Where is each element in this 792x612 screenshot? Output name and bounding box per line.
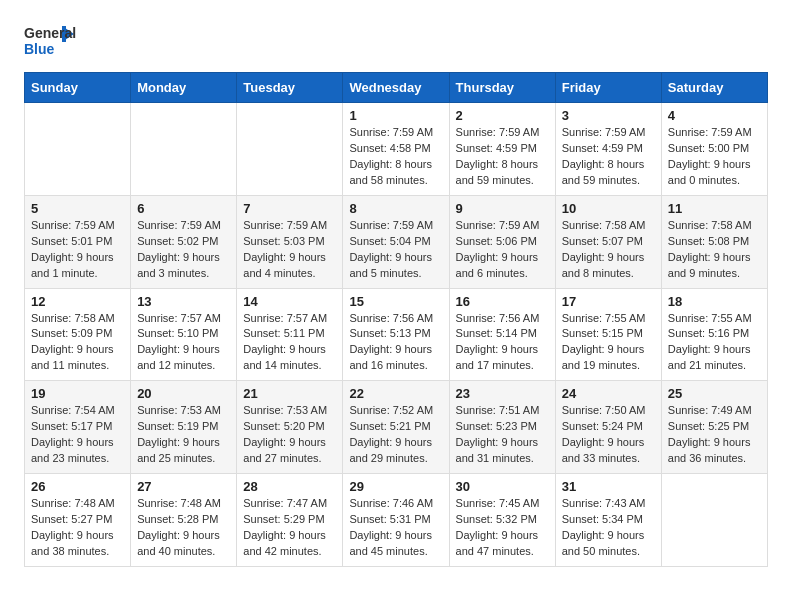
calendar-week-row: 1Sunrise: 7:59 AM Sunset: 4:58 PM Daylig… — [25, 103, 768, 196]
day-number: 14 — [243, 294, 336, 309]
calendar-cell: 23Sunrise: 7:51 AM Sunset: 5:23 PM Dayli… — [449, 381, 555, 474]
weekday-header-sunday: Sunday — [25, 73, 131, 103]
calendar-cell: 19Sunrise: 7:54 AM Sunset: 5:17 PM Dayli… — [25, 381, 131, 474]
cell-text: Sunrise: 7:59 AM Sunset: 5:06 PM Dayligh… — [456, 218, 549, 282]
cell-text: Sunrise: 7:48 AM Sunset: 5:28 PM Dayligh… — [137, 496, 230, 560]
calendar-cell: 4Sunrise: 7:59 AM Sunset: 5:00 PM Daylig… — [661, 103, 767, 196]
calendar-cell: 9Sunrise: 7:59 AM Sunset: 5:06 PM Daylig… — [449, 195, 555, 288]
cell-text: Sunrise: 7:58 AM Sunset: 5:07 PM Dayligh… — [562, 218, 655, 282]
calendar-week-row: 26Sunrise: 7:48 AM Sunset: 5:27 PM Dayli… — [25, 474, 768, 567]
cell-text: Sunrise: 7:59 AM Sunset: 4:59 PM Dayligh… — [456, 125, 549, 189]
day-number: 2 — [456, 108, 549, 123]
calendar-cell — [131, 103, 237, 196]
page: GeneralBlue SundayMondayTuesdayWednesday… — [0, 0, 792, 587]
calendar-cell: 28Sunrise: 7:47 AM Sunset: 5:29 PM Dayli… — [237, 474, 343, 567]
cell-text: Sunrise: 7:52 AM Sunset: 5:21 PM Dayligh… — [349, 403, 442, 467]
cell-text: Sunrise: 7:53 AM Sunset: 5:20 PM Dayligh… — [243, 403, 336, 467]
cell-text: Sunrise: 7:56 AM Sunset: 5:13 PM Dayligh… — [349, 311, 442, 375]
day-number: 31 — [562, 479, 655, 494]
day-number: 24 — [562, 386, 655, 401]
calendar-cell: 16Sunrise: 7:56 AM Sunset: 5:14 PM Dayli… — [449, 288, 555, 381]
day-number: 7 — [243, 201, 336, 216]
calendar-cell: 11Sunrise: 7:58 AM Sunset: 5:08 PM Dayli… — [661, 195, 767, 288]
calendar-cell: 15Sunrise: 7:56 AM Sunset: 5:13 PM Dayli… — [343, 288, 449, 381]
calendar-cell: 18Sunrise: 7:55 AM Sunset: 5:16 PM Dayli… — [661, 288, 767, 381]
weekday-header-wednesday: Wednesday — [343, 73, 449, 103]
calendar-cell: 12Sunrise: 7:58 AM Sunset: 5:09 PM Dayli… — [25, 288, 131, 381]
day-number: 29 — [349, 479, 442, 494]
day-number: 30 — [456, 479, 549, 494]
day-number: 19 — [31, 386, 124, 401]
cell-text: Sunrise: 7:43 AM Sunset: 5:34 PM Dayligh… — [562, 496, 655, 560]
calendar-cell: 26Sunrise: 7:48 AM Sunset: 5:27 PM Dayli… — [25, 474, 131, 567]
calendar-cell: 25Sunrise: 7:49 AM Sunset: 5:25 PM Dayli… — [661, 381, 767, 474]
cell-text: Sunrise: 7:54 AM Sunset: 5:17 PM Dayligh… — [31, 403, 124, 467]
cell-text: Sunrise: 7:59 AM Sunset: 5:01 PM Dayligh… — [31, 218, 124, 282]
day-number: 15 — [349, 294, 442, 309]
day-number: 25 — [668, 386, 761, 401]
cell-text: Sunrise: 7:53 AM Sunset: 5:19 PM Dayligh… — [137, 403, 230, 467]
day-number: 11 — [668, 201, 761, 216]
day-number: 23 — [456, 386, 549, 401]
cell-text: Sunrise: 7:58 AM Sunset: 5:09 PM Dayligh… — [31, 311, 124, 375]
logo-svg: GeneralBlue — [24, 20, 84, 60]
cell-text: Sunrise: 7:47 AM Sunset: 5:29 PM Dayligh… — [243, 496, 336, 560]
weekday-header-tuesday: Tuesday — [237, 73, 343, 103]
day-number: 28 — [243, 479, 336, 494]
cell-text: Sunrise: 7:57 AM Sunset: 5:11 PM Dayligh… — [243, 311, 336, 375]
cell-text: Sunrise: 7:59 AM Sunset: 4:58 PM Dayligh… — [349, 125, 442, 189]
day-number: 5 — [31, 201, 124, 216]
cell-text: Sunrise: 7:55 AM Sunset: 5:16 PM Dayligh… — [668, 311, 761, 375]
calendar-cell: 31Sunrise: 7:43 AM Sunset: 5:34 PM Dayli… — [555, 474, 661, 567]
day-number: 13 — [137, 294, 230, 309]
cell-text: Sunrise: 7:59 AM Sunset: 5:04 PM Dayligh… — [349, 218, 442, 282]
calendar-cell: 8Sunrise: 7:59 AM Sunset: 5:04 PM Daylig… — [343, 195, 449, 288]
cell-text: Sunrise: 7:46 AM Sunset: 5:31 PM Dayligh… — [349, 496, 442, 560]
svg-text:Blue: Blue — [24, 41, 55, 57]
cell-text: Sunrise: 7:49 AM Sunset: 5:25 PM Dayligh… — [668, 403, 761, 467]
cell-text: Sunrise: 7:59 AM Sunset: 5:00 PM Dayligh… — [668, 125, 761, 189]
calendar-cell — [237, 103, 343, 196]
calendar-week-row: 19Sunrise: 7:54 AM Sunset: 5:17 PM Dayli… — [25, 381, 768, 474]
weekday-header-monday: Monday — [131, 73, 237, 103]
calendar-cell: 27Sunrise: 7:48 AM Sunset: 5:28 PM Dayli… — [131, 474, 237, 567]
day-number: 17 — [562, 294, 655, 309]
day-number: 22 — [349, 386, 442, 401]
weekday-header-row: SundayMondayTuesdayWednesdayThursdayFrid… — [25, 73, 768, 103]
day-number: 1 — [349, 108, 442, 123]
calendar-cell: 2Sunrise: 7:59 AM Sunset: 4:59 PM Daylig… — [449, 103, 555, 196]
day-number: 8 — [349, 201, 442, 216]
calendar-cell: 30Sunrise: 7:45 AM Sunset: 5:32 PM Dayli… — [449, 474, 555, 567]
day-number: 26 — [31, 479, 124, 494]
cell-text: Sunrise: 7:58 AM Sunset: 5:08 PM Dayligh… — [668, 218, 761, 282]
cell-text: Sunrise: 7:55 AM Sunset: 5:15 PM Dayligh… — [562, 311, 655, 375]
calendar-cell: 20Sunrise: 7:53 AM Sunset: 5:19 PM Dayli… — [131, 381, 237, 474]
day-number: 20 — [137, 386, 230, 401]
cell-text: Sunrise: 7:57 AM Sunset: 5:10 PM Dayligh… — [137, 311, 230, 375]
calendar-week-row: 12Sunrise: 7:58 AM Sunset: 5:09 PM Dayli… — [25, 288, 768, 381]
cell-text: Sunrise: 7:59 AM Sunset: 5:02 PM Dayligh… — [137, 218, 230, 282]
cell-text: Sunrise: 7:59 AM Sunset: 5:03 PM Dayligh… — [243, 218, 336, 282]
calendar-cell: 13Sunrise: 7:57 AM Sunset: 5:10 PM Dayli… — [131, 288, 237, 381]
cell-text: Sunrise: 7:51 AM Sunset: 5:23 PM Dayligh… — [456, 403, 549, 467]
day-number: 10 — [562, 201, 655, 216]
day-number: 12 — [31, 294, 124, 309]
cell-text: Sunrise: 7:59 AM Sunset: 4:59 PM Dayligh… — [562, 125, 655, 189]
calendar-cell: 21Sunrise: 7:53 AM Sunset: 5:20 PM Dayli… — [237, 381, 343, 474]
calendar-cell: 14Sunrise: 7:57 AM Sunset: 5:11 PM Dayli… — [237, 288, 343, 381]
calendar-cell: 1Sunrise: 7:59 AM Sunset: 4:58 PM Daylig… — [343, 103, 449, 196]
weekday-header-thursday: Thursday — [449, 73, 555, 103]
day-number: 3 — [562, 108, 655, 123]
cell-text: Sunrise: 7:45 AM Sunset: 5:32 PM Dayligh… — [456, 496, 549, 560]
calendar-cell: 7Sunrise: 7:59 AM Sunset: 5:03 PM Daylig… — [237, 195, 343, 288]
cell-text: Sunrise: 7:50 AM Sunset: 5:24 PM Dayligh… — [562, 403, 655, 467]
calendar-cell: 24Sunrise: 7:50 AM Sunset: 5:24 PM Dayli… — [555, 381, 661, 474]
day-number: 4 — [668, 108, 761, 123]
calendar-cell: 22Sunrise: 7:52 AM Sunset: 5:21 PM Dayli… — [343, 381, 449, 474]
calendar-week-row: 5Sunrise: 7:59 AM Sunset: 5:01 PM Daylig… — [25, 195, 768, 288]
day-number: 18 — [668, 294, 761, 309]
calendar-cell: 3Sunrise: 7:59 AM Sunset: 4:59 PM Daylig… — [555, 103, 661, 196]
logo: GeneralBlue — [24, 20, 84, 60]
calendar-cell: 6Sunrise: 7:59 AM Sunset: 5:02 PM Daylig… — [131, 195, 237, 288]
day-number: 9 — [456, 201, 549, 216]
